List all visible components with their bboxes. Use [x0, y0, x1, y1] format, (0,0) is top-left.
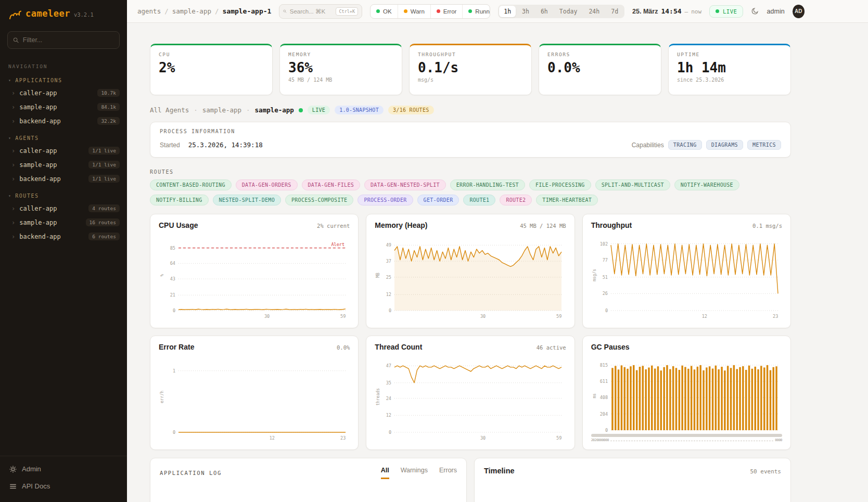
chart-current-value: 2% current — [317, 223, 350, 229]
sidebar-item-caller-app[interactable]: ›caller-app4 routes — [0, 201, 127, 215]
log-tab-warnings[interactable]: Warnings — [401, 467, 428, 479]
status-dot — [376, 9, 380, 13]
current-timerange[interactable]: 25. März 14:54 — now — [632, 7, 701, 15]
time-range-1h[interactable]: 1h — [499, 6, 516, 17]
x-axis-label-smear — [610, 441, 774, 441]
breadcrumb-item-agents[interactable]: agents — [137, 7, 161, 15]
svg-text:59: 59 — [556, 435, 561, 441]
chart-x-axis-overlapping-labels: 20200000000000 — [591, 438, 782, 442]
stat-card-memory: MEMORY36%45 MB / 124 MB — [279, 44, 402, 95]
chevron-right-icon: › — [11, 161, 15, 169]
sidebar-item-api-docs[interactable]: API Docs — [0, 478, 127, 495]
time-range-6h[interactable]: 6h — [535, 6, 553, 17]
sidebar-item-count-badge: 1/1 live — [88, 175, 120, 183]
sidebar-filter[interactable] — [7, 31, 120, 49]
status-filter-error[interactable]: Error — [430, 5, 463, 18]
status-filter-ok[interactable]: OK — [371, 5, 398, 18]
svg-text:815: 815 — [599, 363, 607, 368]
time-range-today[interactable]: Today — [554, 6, 583, 17]
sidebar-item-count-badge: 10.7k — [97, 89, 120, 97]
sidebar-item-backend-app[interactable]: ›backend-app6 routes — [0, 229, 127, 243]
chevron-down-icon: ▾ — [8, 136, 11, 140]
time-range-7d[interactable]: 7d — [606, 6, 623, 17]
stat-card-uptime: UPTIME1h 14msince 25.3.2026 — [668, 44, 791, 95]
route-chip-process-composite[interactable]: PROCESS-COMPOSITE — [285, 195, 353, 205]
stat-value: 2% — [159, 60, 264, 75]
route-chip-data-gen-files[interactable]: DATA-GEN-FILES — [302, 179, 361, 190]
svg-text:0: 0 — [605, 428, 608, 432]
agent-breadcrumb-link-sample-app[interactable]: sample-app — [202, 106, 241, 114]
sidebar-section-routes: ▾ROUTES›caller-app4 routes›sample-app16 … — [0, 186, 127, 243]
dark-mode-toggle-moon-icon[interactable] — [751, 7, 759, 16]
sidebar-item-backend-app[interactable]: ›backend-app32.2k — [0, 114, 127, 128]
global-search[interactable]: Ctrl+K — [279, 4, 362, 19]
svg-text:408: 408 — [599, 395, 607, 400]
route-chip-notify-billing[interactable]: NOTIFY-BILLING — [150, 195, 209, 205]
route-chip-timer-heartbeat[interactable]: TIMER-HEARTBEAT — [536, 195, 598, 205]
stat-label: CPU — [159, 52, 264, 57]
sidebar-item-sample-app[interactable]: ›sample-app1/1 live — [0, 158, 127, 172]
svg-text:37: 37 — [386, 259, 391, 264]
agent-breadcrumb-link-all-agents[interactable]: All Agents — [150, 106, 189, 114]
route-chip-data-gen-orders[interactable]: DATA-GEN-ORDERS — [236, 179, 298, 190]
started-label: Started — [160, 141, 180, 149]
sidebar-section-label: ROUTES — [15, 193, 39, 199]
breadcrumb-item-sample-app[interactable]: sample-app — [172, 7, 211, 15]
chevron-down-icon: ▾ — [8, 194, 11, 198]
stat-value: 0.1/s — [418, 60, 523, 75]
sidebar-footer-label: Admin — [22, 465, 41, 473]
sidebar-item-label: sample-app — [19, 161, 57, 169]
chart-card-throughput: Throughput0.1 msg/s1027751260msg/s1223 — [582, 214, 791, 328]
log-tabs: AllWarningsErrors — [381, 467, 457, 479]
sidebar-item-sample-app[interactable]: ›sample-app84.1k — [0, 100, 127, 114]
live-dot — [716, 9, 719, 13]
chevron-right-icon: › — [11, 205, 15, 212]
breadcrumb-item-sample-app-1[interactable]: sample-app-1 — [222, 7, 271, 15]
camel-logo-icon — [8, 8, 22, 21]
log-tab-all[interactable]: All — [381, 467, 389, 479]
sidebar-item-admin[interactable]: Admin — [0, 460, 127, 478]
sidebar-item-backend-app[interactable]: ›backend-app1/1 live — [0, 172, 127, 186]
sidebar-section-header[interactable]: ▾ROUTES — [0, 186, 127, 201]
route-chip-content-based-routing[interactable]: CONTENT-BASED-ROUTING — [150, 179, 232, 190]
sidebar-item-caller-app[interactable]: ›caller-app10.7k — [0, 86, 127, 100]
route-chip-file-processing[interactable]: FILE-PROCESSING — [529, 179, 591, 190]
agent-live-dot — [299, 108, 303, 112]
svg-text:59: 59 — [340, 314, 346, 319]
svg-text:MB: MB — [376, 273, 380, 278]
sidebar-section-header[interactable]: ▾APPLICATIONS — [0, 70, 127, 86]
svg-text:Alert: Alert — [331, 242, 344, 247]
svg-text:51: 51 — [602, 275, 607, 280]
time-range-24h[interactable]: 24h — [583, 6, 605, 17]
route-chip-split-and-multicast[interactable]: SPLIT-AND-MULTICAST — [595, 179, 670, 190]
chart-horizontal-scrollbar[interactable] — [591, 434, 782, 437]
chevron-right-icon: › — [11, 89, 15, 97]
sidebar-section-header[interactable]: ▾AGENTS — [0, 128, 127, 144]
route-chip-notify-warehouse[interactable]: NOTIFY-WAREHOUSE — [674, 179, 739, 190]
route-chip-route1[interactable]: ROUTE1 — [463, 195, 495, 205]
time-range-3h[interactable]: 3h — [517, 6, 534, 17]
sidebar-item-caller-app[interactable]: ›caller-app1/1 live — [0, 144, 127, 158]
live-status-badge[interactable]: LIVE — [709, 5, 743, 18]
route-chip-nested-split-demo[interactable]: NESTED-SPLIT-DEMO — [213, 195, 281, 205]
status-filter-running[interactable]: Running — [462, 5, 490, 18]
chart-title: Memory (Heap) — [375, 221, 427, 229]
log-tab-errors[interactable]: Errors — [439, 467, 457, 479]
route-chip-error-handling-test[interactable]: ERROR-HANDLING-TEST — [450, 179, 525, 190]
svg-text:43: 43 — [170, 276, 175, 281]
route-chip-data-gen-nested-split[interactable]: DATA-GEN-NESTED-SPLIT — [364, 179, 446, 190]
avatar[interactable]: AD — [793, 5, 805, 18]
status-filter-warn[interactable]: Warn — [398, 5, 430, 18]
route-chip-route2[interactable]: ROUTE2 — [500, 195, 532, 205]
breadcrumb-separator: / — [164, 7, 169, 15]
route-chip-process-order[interactable]: PROCESS-ORDER — [358, 195, 413, 205]
breadcrumb: agents/sample-app/sample-app-1 — [137, 7, 271, 15]
chart-plot-area: 8156114082040ms — [591, 355, 782, 432]
route-chip-get-order[interactable]: GET-ORDER — [417, 195, 459, 205]
sidebar-item-sample-app[interactable]: ›sample-app16 routes — [0, 215, 127, 229]
filter-input[interactable] — [23, 36, 114, 44]
status-dot — [437, 9, 440, 13]
search-input[interactable] — [290, 8, 333, 15]
status-filter-label: Running — [475, 8, 490, 15]
sidebar-item-count-badge: 1/1 live — [88, 147, 120, 155]
